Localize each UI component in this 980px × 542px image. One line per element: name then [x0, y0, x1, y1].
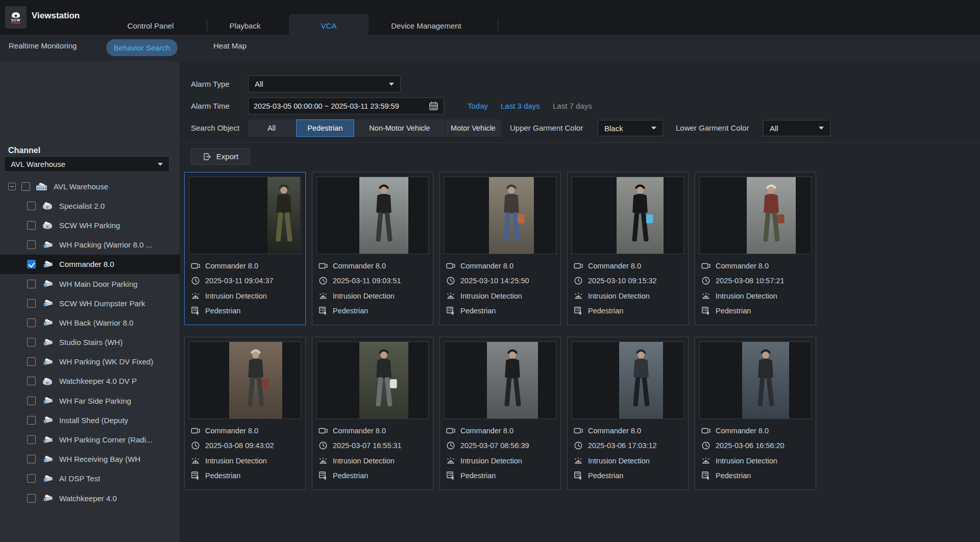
card-info: Commander 8.0 2025-03-07 16:55:31 — [316, 423, 429, 483]
channel-tree-item[interactable]: WH Main Door Parking — [0, 274, 180, 293]
person-crop — [747, 177, 796, 254]
result-card[interactable]: Commander 8.0 2025-03-08 10:57:21 — [695, 172, 816, 325]
channel-tree-item[interactable]: SCW WH Parking — [0, 215, 180, 235]
upper-garment-color-select[interactable]: Black — [598, 120, 663, 136]
quick-range-last-3-days[interactable]: Last 3 days — [501, 102, 540, 110]
clock-icon — [574, 441, 583, 450]
result-card[interactable]: Commander 8.0 2025-03-08 09:43:02 — [184, 337, 306, 490]
channel-checkbox[interactable] — [27, 455, 36, 463]
clock-icon — [574, 276, 583, 285]
upper-garment-color-label: Upper Garment Color — [510, 124, 583, 132]
camera-icon — [446, 426, 455, 435]
device-select[interactable]: AVL Warehouse — [4, 156, 169, 172]
channel-checkbox[interactable] — [27, 377, 36, 385]
channel-tree-item[interactable]: Commander 8.0 — [0, 255, 180, 274]
object-select-icon — [574, 306, 583, 315]
bullet-camera-icon — [41, 454, 54, 465]
root-checkbox[interactable] — [21, 182, 30, 191]
channel-label: AI DSP Test — [59, 474, 100, 483]
channel-checkbox[interactable] — [27, 397, 36, 405]
subnav-realtime-monitoring[interactable]: Realtime Monitoring — [9, 41, 77, 50]
tab-device-management[interactable]: Device Management — [383, 19, 470, 33]
tab-vca[interactable]: VCA — [289, 19, 369, 33]
quick-range-today[interactable]: Today — [468, 102, 488, 110]
export-button[interactable]: Export — [191, 148, 250, 165]
channel-checkbox[interactable] — [27, 338, 36, 347]
channel-tree-item[interactable]: WH Parking (WK DV Fixed) — [0, 352, 180, 372]
channel-tree-item[interactable]: Specialist 2.0 — [0, 196, 180, 215]
snapshot-image — [189, 177, 301, 254]
quick-range-last-7-days[interactable]: Last 7 days — [553, 102, 592, 110]
subnav-behavior-search[interactable]: Behavior Search — [106, 39, 178, 56]
channel-checkbox[interactable] — [27, 221, 36, 230]
channel-checkbox[interactable] — [27, 318, 36, 327]
tab-vca-active-block[interactable]: VCA — [289, 14, 369, 35]
result-card[interactable]: Commander 8.0 2025-03-10 09:15:32 — [567, 172, 689, 325]
channel-checkbox[interactable] — [27, 280, 36, 288]
channel-checkbox[interactable] — [27, 494, 36, 503]
card-camera: Commander 8.0 — [588, 427, 641, 435]
person-silhouette — [229, 347, 282, 417]
person-crop — [359, 177, 408, 254]
alarm-type-select[interactable]: All — [248, 76, 401, 92]
channel-checkbox[interactable] — [27, 240, 36, 249]
channel-checkbox[interactable] — [27, 416, 36, 425]
channel-tree-item[interactable]: WH Back (Warrior 8.0 — [0, 313, 180, 332]
channel-label: WH Parking Corner (Radi... — [59, 435, 153, 444]
intrusion-alarm-icon — [446, 291, 455, 301]
channel-tree-item[interactable]: WH Parking Corner (Radi... — [0, 430, 180, 449]
person-silhouette — [489, 182, 534, 253]
bullet-camera-icon — [41, 492, 54, 504]
channel-checkbox[interactable] — [27, 474, 36, 483]
nvr-device-icon — [35, 181, 48, 192]
card-camera: Commander 8.0 — [716, 262, 769, 270]
collapse-minus-icon[interactable] — [8, 183, 16, 190]
lower-garment-color-select[interactable]: All — [763, 120, 830, 136]
channel-tree-item[interactable]: Install Shed (Deputy — [0, 410, 180, 430]
tab-control-panel[interactable]: Control Panel — [122, 19, 179, 33]
channel-checkbox[interactable] — [27, 299, 36, 308]
channel-tree-root[interactable]: AVL Warehouse — [0, 177, 180, 196]
search-object-motor-vehicle[interactable]: Motor Vehicle — [445, 119, 501, 137]
channel-tree-item[interactable]: WH Receiving Bay (WH — [0, 450, 180, 469]
person-crop — [267, 177, 300, 254]
result-card[interactable]: Commander 8.0 2025-03-06 17:03:12 — [567, 337, 689, 490]
channel-tree-item[interactable]: Watchkeeper 4.0 — [0, 488, 180, 508]
channel-tree-item[interactable]: Watchkeeper 4.0 DV P — [0, 372, 180, 391]
search-object-pedestrian[interactable]: Pedestrian — [296, 119, 354, 137]
camera-icon — [191, 426, 200, 435]
result-card[interactable]: Commander 8.0 2025-03-10 14:25:50 — [439, 172, 561, 325]
device-select-value: AVL Warehouse — [11, 160, 65, 168]
result-card[interactable]: Commander 8.0 2025-03-11 09:03:51 — [312, 172, 433, 325]
dome-camera-icon — [41, 376, 54, 387]
search-object-all[interactable]: All — [248, 119, 295, 137]
clock-icon — [191, 441, 200, 450]
channel-tree-item[interactable]: Studio Stairs (WH) — [0, 333, 180, 352]
bullet-camera-icon — [41, 317, 54, 328]
channel-checkbox[interactable] — [27, 357, 36, 366]
result-card[interactable]: Commander 8.0 2025-03-06 16:56:20 — [695, 337, 816, 490]
tab-playback[interactable]: Playback — [225, 19, 265, 33]
result-card[interactable]: Commander 8.0 2025-03-11 09:04:37 — [184, 172, 306, 325]
clock-icon — [191, 276, 200, 285]
channel-checkbox[interactable] — [27, 202, 36, 210]
channel-tree-item[interactable]: WH Packing (Warrior 8.0 ... — [0, 235, 180, 255]
channel-tree-item[interactable]: SCW WH Dumpster Park — [0, 293, 180, 313]
channel-checkbox[interactable] — [27, 435, 36, 444]
alarm-time-range-input[interactable]: 2025-03-05 00:00:00 ~ 2025-03-11 23:59:5… — [248, 97, 444, 114]
card-object-type: Pedestrian — [205, 472, 240, 480]
channel-tree-item[interactable]: AI DSP Test — [0, 469, 180, 488]
tab-divider — [207, 19, 207, 32]
search-object-non-motor-vehicle[interactable]: Non-Motor Vehicle — [355, 119, 444, 137]
subnav-heat-map[interactable]: Heat Map — [213, 41, 247, 50]
channel-tree-item[interactable]: WH Far Side Parking — [0, 391, 180, 410]
dome-camera-icon — [11, 11, 21, 18]
card-object-type: Pedestrian — [716, 307, 751, 315]
calendar-icon[interactable] — [429, 101, 438, 111]
channel-checkbox[interactable] — [27, 260, 36, 268]
card-info: Commander 8.0 2025-03-07 08:56:39 — [444, 423, 556, 483]
card-alarm-type: Intrusion Detection — [460, 292, 522, 300]
upper-garment-color-value: Black — [604, 124, 623, 133]
result-card[interactable]: Commander 8.0 2025-03-07 08:56:39 — [439, 337, 561, 490]
result-card[interactable]: Commander 8.0 2025-03-07 16:55:31 — [312, 337, 433, 490]
